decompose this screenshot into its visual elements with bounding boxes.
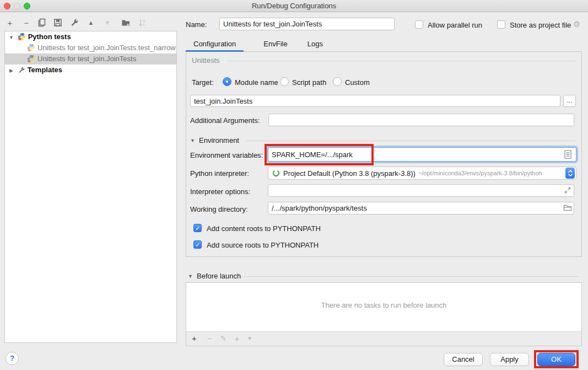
remove-task-icon: − (207, 334, 212, 343)
move-up-icon[interactable]: ▲ (85, 17, 96, 28)
section-divider (227, 61, 575, 61)
python-interpreter-dropdown[interactable]: Project Default (Python 3.8 (pyspark-3.8… (268, 167, 576, 180)
before-launch-empty-message: There are no tasks to run before launch (186, 301, 581, 309)
allow-parallel-run-checkbox[interactable] (415, 20, 423, 29)
add-task-icon[interactable]: + (192, 334, 197, 343)
python-tests-icon (18, 33, 26, 42)
run-debug-configurations-dialog: Run/Debug Configurations + − ▲ ▼ az ▼ Py… (0, 0, 588, 370)
tree-item-test-narrow[interactable]: Unittests for test_join.JoinTests.test_n… (5, 42, 176, 53)
environment-variables-label: Environment variables: (190, 151, 263, 159)
tree-item-label: Unittests for test_join.JoinTests (37, 55, 136, 63)
add-icon[interactable]: + (4, 17, 15, 28)
unittests-section-title: Unittests (192, 56, 220, 65)
help-button[interactable]: ? (6, 352, 19, 365)
target-label: Target: (192, 78, 214, 87)
dropdown-chevrons-icon (565, 168, 575, 179)
edit-task-icon: ✎ (220, 334, 226, 342)
python-interpreter-value: Project Default (Python 3.8 (pyspark-3.8… (283, 169, 416, 178)
tab-bar: Configuration EnvFile Logs (186, 36, 582, 52)
store-as-project-file-checkbox[interactable] (497, 20, 505, 29)
tab-configuration[interactable]: Configuration (186, 36, 244, 52)
apply-button[interactable]: Apply (490, 353, 529, 366)
tree-item-python-tests[interactable]: ▼ Python tests (5, 31, 176, 42)
move-task-up-icon: ▲ (234, 335, 240, 341)
python-interpreter-path: ~/opt/miniconda3/envs/pyspark-3.8/bin/py… (418, 170, 565, 176)
section-divider (246, 141, 575, 141)
store-as-project-file-label: Store as project file (510, 21, 571, 29)
browse-module-button[interactable]: ... (563, 95, 576, 107)
move-task-down-icon: ▼ (247, 335, 252, 341)
python-interpreter-label: Python interpreter: (190, 169, 249, 178)
name-label: Name: (186, 20, 207, 29)
add-content-roots-checkbox[interactable]: ✓ (193, 224, 202, 232)
tree-item-label: Unittests for test_join.JoinTests.test_n… (37, 44, 176, 52)
tab-envfile[interactable]: EnvFile (256, 36, 295, 52)
environment-section-title: Environment (199, 136, 239, 144)
interpreter-options-input[interactable] (268, 184, 574, 197)
target-custom-label: Custom (345, 78, 370, 87)
templates-wrench-icon (18, 66, 25, 76)
module-name-input[interactable] (190, 95, 560, 107)
before-launch-section-title: Before launch (197, 272, 241, 280)
titlebar: Run/Debug Configurations (0, 0, 588, 12)
svg-text:a: a (143, 19, 145, 23)
target-script-path-label: Script path (292, 78, 326, 87)
expand-field-icon[interactable] (564, 187, 571, 194)
additional-arguments-input[interactable] (268, 114, 574, 126)
name-input[interactable] (219, 18, 395, 30)
store-options-gear-icon: ⚙ (573, 19, 580, 29)
expanded-arrow-icon[interactable]: ▼ (8, 32, 14, 42)
sort-icon: az (137, 17, 148, 28)
edit-templates-icon[interactable] (69, 17, 80, 28)
target-custom-radio[interactable] (333, 77, 342, 86)
before-launch-task-list: There are no tasks to run before launch … (186, 282, 582, 346)
collapsed-arrow-icon[interactable]: ▶ (8, 65, 14, 76)
python-test-icon (27, 55, 35, 65)
cancel-button[interactable]: Cancel (444, 353, 483, 366)
tree-item-jointests[interactable]: Unittests for test_join.JoinTests (5, 53, 176, 65)
target-script-path-radio[interactable] (280, 77, 289, 86)
window-title: Run/Debug Configurations (0, 2, 588, 10)
tree-item-label: Python tests (28, 33, 71, 41)
interpreter-options-label: Interpreter options: (190, 187, 250, 196)
add-content-roots-label: Add content roots to PYTHONPATH (207, 224, 321, 233)
add-source-roots-checkbox[interactable]: ✓ (193, 240, 202, 249)
working-directory-label: Working directory: (190, 205, 248, 213)
save-icon[interactable] (52, 17, 63, 28)
copy-icon[interactable] (36, 17, 47, 28)
tree-item-label: Templates (28, 66, 62, 74)
browse-folder-icon[interactable] (563, 204, 572, 212)
conda-env-icon (272, 169, 280, 177)
environment-variables-browse-icon[interactable] (564, 150, 571, 159)
target-module-name-radio[interactable] (223, 77, 231, 86)
add-source-roots-label: Add source roots to PYTHONPATH (207, 241, 319, 249)
allow-parallel-run-label: Allow parallel run (428, 21, 482, 29)
svg-text:z: z (143, 23, 145, 26)
section-divider (244, 276, 579, 277)
additional-arguments-label: Additional Arguments: (190, 116, 260, 125)
target-module-name-label: Module name (235, 78, 278, 87)
working-directory-input[interactable] (268, 202, 574, 215)
before-launch-toolbar: + − ✎ ▲ ▼ (186, 331, 581, 346)
environment-variables-input[interactable] (268, 147, 576, 162)
configurations-tree: ▼ Python tests Unittests for test_join.J… (4, 31, 177, 343)
ok-button[interactable]: OK (537, 353, 575, 366)
before-launch-collapse-icon[interactable]: ▼ (188, 274, 193, 279)
tree-item-templates[interactable]: ▶ Templates (5, 65, 176, 76)
remove-icon[interactable]: − (21, 17, 32, 28)
environment-collapse-icon[interactable]: ▼ (190, 138, 195, 143)
python-test-icon (27, 44, 35, 53)
tab-logs[interactable]: Logs (300, 36, 331, 52)
move-down-icon[interactable]: ▼ (102, 17, 113, 28)
new-folder-icon[interactable] (120, 17, 131, 28)
